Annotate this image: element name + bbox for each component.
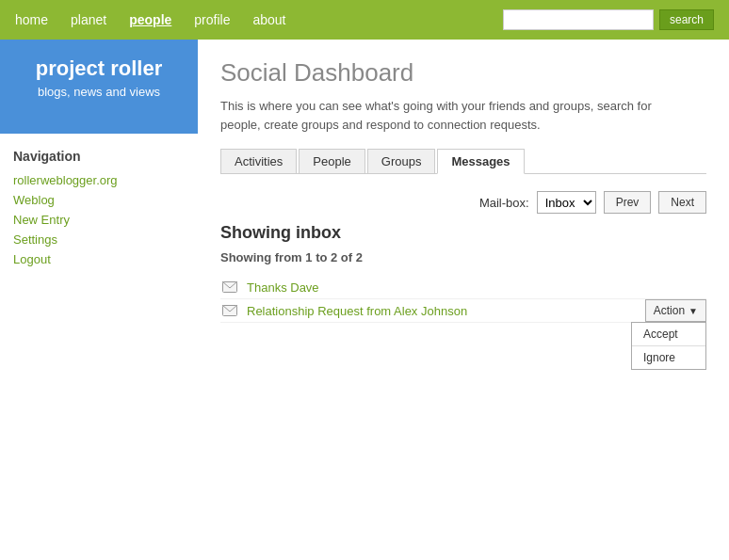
list-item: Settings (13, 232, 185, 247)
message-row: Relationship Request from Alex Johnson A… (220, 299, 706, 323)
nav-people[interactable]: people (129, 12, 171, 27)
showing-from: 1 (305, 250, 312, 264)
mailbox-select[interactable]: Inbox Sent Trash (537, 191, 596, 214)
sidebar-link-settings[interactable]: Settings (13, 232, 57, 247)
sidebar-link-weblog[interactable]: Weblog (13, 193, 55, 207)
sidebar-link-rollerblogger[interactable]: rollerweblogger.org (13, 173, 118, 187)
sidebar-nav: Navigation rollerweblogger.org Weblog Ne… (0, 134, 198, 266)
showing-of: of (337, 250, 356, 264)
brand-subtitle: blogs, news and views (9, 85, 188, 99)
search-input[interactable] (503, 9, 654, 30)
list-item: rollerweblogger.org (13, 173, 185, 187)
list-item: New Entry (13, 213, 185, 227)
envelope-icon (220, 280, 239, 295)
mailbox-row: Mail-box: Inbox Sent Trash Prev Next (220, 191, 706, 214)
action-dropdown-container: Action ▼ Accept Ignore (645, 299, 706, 322)
brand-title: project roller (9, 56, 188, 81)
nav-profile[interactable]: profile (194, 12, 230, 27)
sidebar-link-new-entry[interactable]: New Entry (13, 213, 70, 227)
showing-prefix: Showing from (220, 250, 305, 264)
sidebar-nav-heading: Navigation (13, 149, 185, 164)
list-item: Logout (13, 252, 185, 266)
action-label: Action (654, 304, 685, 317)
showing-info: Showing from 1 to 2 of 2 (220, 250, 706, 264)
sidebar-link-logout[interactable]: Logout (13, 252, 51, 266)
top-navigation: home planet people profile about search (0, 0, 729, 40)
prev-button[interactable]: Prev (604, 191, 652, 214)
nav-planet[interactable]: planet (71, 12, 106, 27)
sidebar-nav-list: rollerweblogger.org Weblog New Entry Set… (13, 173, 185, 266)
tab-activities[interactable]: Activities (220, 149, 297, 173)
action-button[interactable]: Action ▼ (645, 299, 706, 322)
message-link-2[interactable]: Relationship Request from Alex Johnson (247, 304, 467, 318)
inbox-title: Showing inbox (220, 223, 706, 243)
message-list: Thanks Dave Relationship Request from Al… (220, 276, 706, 323)
showing-total: 2 (356, 250, 363, 264)
page-description: This is where you can see what's going w… (220, 97, 682, 134)
search-button[interactable]: search (659, 9, 714, 30)
tab-bar: Activities People Groups Messages (220, 149, 706, 174)
action-menu: Accept Ignore (631, 322, 706, 370)
search-area: search (503, 9, 714, 30)
message-row: Thanks Dave (220, 276, 706, 299)
layout: project roller blogs, news and views Nav… (0, 40, 729, 560)
sidebar-brand: project roller blogs, news and views (0, 40, 198, 134)
nav-home[interactable]: home (15, 12, 48, 27)
nav-about[interactable]: about (252, 12, 285, 27)
tab-groups[interactable]: Groups (367, 149, 436, 173)
dropdown-arrow-icon: ▼ (688, 306, 698, 316)
action-menu-item-ignore[interactable]: Ignore (632, 346, 705, 369)
main-content: Social Dashboard This is where you can s… (198, 40, 729, 560)
action-menu-item-accept[interactable]: Accept (632, 323, 705, 345)
showing-mid: to (313, 250, 332, 264)
tab-people[interactable]: People (299, 149, 364, 173)
message-link-1[interactable]: Thanks Dave (247, 280, 319, 295)
page-title: Social Dashboard (220, 58, 706, 88)
mailbox-label: Mail-box: (479, 196, 529, 210)
sidebar: project roller blogs, news and views Nav… (0, 40, 198, 560)
envelope-icon (220, 303, 239, 318)
next-button[interactable]: Next (658, 191, 706, 214)
list-item: Weblog (13, 193, 185, 207)
tab-messages[interactable]: Messages (437, 149, 524, 174)
